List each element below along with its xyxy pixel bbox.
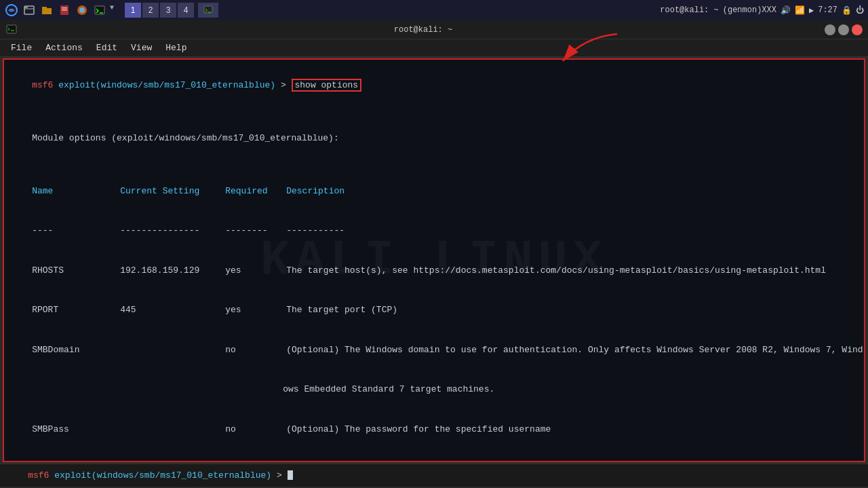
archive-icon[interactable]: [57, 3, 72, 18]
app-icon[interactable]: [4, 3, 19, 18]
prompt-msf: msf6: [32, 80, 53, 90]
power-icon[interactable]: ⏻: [856, 5, 864, 16]
desktop-switcher[interactable]: 1 2 3 4: [125, 3, 194, 18]
module-row-smbpass: SMBPassno(Optional) The password for the…: [11, 409, 857, 449]
lock-icon[interactable]: 🔒: [842, 5, 852, 16]
menu-view[interactable]: View: [124, 41, 159, 54]
module-row-rport: RPORT445yesThe target port (TCP): [11, 290, 857, 331]
desktop-2[interactable]: 2: [142, 3, 159, 18]
genmon-display[interactable]: (genmon)XXX: [723, 5, 776, 15]
statusbar[interactable]: msf6 exploit(windows/smb/ms17_010_eterna…: [0, 464, 868, 487]
command-line-1: msf6 exploit(windows/smb/ms17_010_eterna…: [11, 65, 857, 105]
window-titlebar: root@kali: ~: [0, 20, 868, 39]
window-title: root@kali: ~: [22, 25, 825, 35]
close-button[interactable]: [852, 24, 863, 35]
taskbar-right-section: root@kali: ~ (genmon)XXX 🔊 📶 ▶ 7:27 🔒 ⏻: [660, 5, 864, 16]
module-row-smbdomain-cont: ows Embedded Standard 7 target machines.: [11, 370, 857, 410]
exploit-path: exploit(windows/smb/ms17_010_eternalblue…: [58, 80, 275, 90]
module-header: Module options (exploit/windows/smb/ms17…: [11, 118, 857, 158]
menu-file[interactable]: File: [4, 41, 39, 54]
menu-actions[interactable]: Actions: [39, 41, 90, 54]
desktop-3[interactable]: 3: [160, 3, 176, 18]
module-cols-separator: --------------------------------------: [11, 211, 857, 251]
module-row-smbdomain: SMBDomainno(Optional) The Windows domain…: [11, 330, 857, 370]
desktop-4[interactable]: 4: [178, 3, 194, 18]
battery-icon: ▶: [809, 5, 814, 16]
blank-line-2: [11, 158, 857, 172]
dropdown-icon[interactable]: ▼: [110, 3, 119, 18]
module-cols-header: NameCurrent SettingRequiredDescription: [11, 171, 857, 211]
svg-point-6: [79, 7, 85, 13]
clock-display: 7:27: [818, 5, 837, 15]
window-controls[interactable]: [825, 24, 863, 35]
hostname-display: root@kali: ~: [660, 5, 718, 15]
module-row-smbuser: SMBUserno(Optional) The username to auth…: [11, 449, 857, 463]
desktop-1[interactable]: 1: [125, 3, 141, 18]
files-icon[interactable]: [22, 3, 37, 18]
firefox-icon[interactable]: [75, 3, 90, 18]
terminal-icon[interactable]: [92, 3, 107, 18]
volume-icon[interactable]: 🔊: [781, 5, 791, 16]
svg-rect-4: [62, 10, 67, 11]
minimize-button[interactable]: [825, 24, 835, 35]
svg-rect-3: [62, 7, 67, 9]
show-options-command: show options: [292, 79, 362, 92]
menu-help[interactable]: Help: [159, 41, 193, 54]
blank-line-1: [11, 105, 857, 119]
open-terminal-button[interactable]: [198, 3, 218, 18]
menu-edit[interactable]: Edit: [90, 41, 124, 54]
menubar: File Actions Edit View Help: [0, 39, 868, 57]
taskbar: ▼ 1 2 3 4 root@kali: ~ (genmon)XXX 🔊 📶 ▶…: [0, 0, 868, 20]
maximize-button[interactable]: [838, 24, 849, 35]
svg-rect-9: [7, 25, 16, 33]
folder-icon[interactable]: [39, 3, 54, 18]
window-app-icon: [5, 24, 18, 36]
terminal-area[interactable]: KALI LINUX msf6 exploit(windows/smb/ms17…: [3, 58, 865, 462]
module-row-rhosts: RHOSTS192.168.159.129yesThe target host(…: [11, 250, 857, 290]
network-icon[interactable]: 📶: [795, 5, 805, 16]
